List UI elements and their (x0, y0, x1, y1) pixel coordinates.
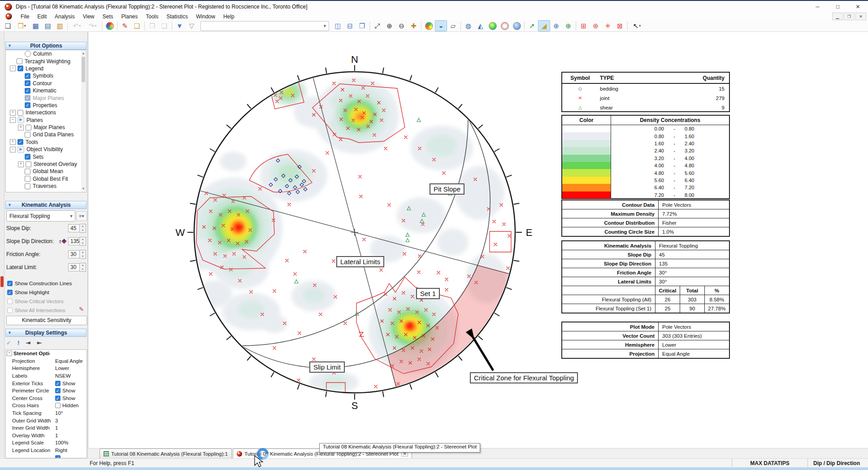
prop-partial[interactable]: ✓ (6, 454, 87, 458)
print-button[interactable]: ▤ (42, 20, 54, 31)
tree-item-contour[interactable]: ✓Contour (6, 80, 86, 87)
checkbox[interactable] (7, 308, 13, 313)
add-plane-confirm-button[interactable]: ⊕ (562, 20, 574, 31)
docked-tab-icon[interactable] (0, 276, 4, 287)
checkbox[interactable]: ✓ (55, 388, 61, 393)
kinematic-analysis-header[interactable]: ▼ Kinematic Analysis (5, 201, 87, 209)
spin-up-icon[interactable]: ▲ (80, 224, 86, 228)
edit-intersections-icon[interactable]: ✎ (79, 306, 84, 313)
prop-hemisphere[interactable]: HemisphereLower (6, 365, 87, 372)
add-set-freeform-button[interactable]: ⊛ (590, 20, 602, 31)
tree-item-intersections[interactable]: +Intersections (6, 109, 86, 116)
add-set-window-button[interactable]: ⊞ (577, 20, 590, 31)
spin-up-icon[interactable]: ▲ (80, 237, 86, 241)
collapse-group-icon[interactable]: − (7, 351, 12, 356)
prop-center-cross[interactable]: Center Cross✓Show (6, 395, 87, 402)
prop-value[interactable]: NSEW (55, 373, 87, 379)
prop-exterior-ticks[interactable]: Exterior Ticks✓Show (6, 379, 87, 387)
copy-button[interactable]: ❐ (146, 20, 158, 31)
spin-down-icon[interactable]: ▼ (80, 267, 86, 271)
checkbox[interactable] (26, 125, 31, 131)
prop-cross-hairs[interactable]: Cross HairsHidden (6, 402, 87, 409)
split-vertical-button[interactable]: ◫ (332, 20, 344, 31)
scroll-up-icon[interactable]: ▲ (81, 51, 86, 56)
expand-icon[interactable]: + (18, 161, 24, 167)
screen-capture-button[interactable] (104, 20, 116, 31)
tree-item-terzaghi-weighting[interactable]: Terzaghi Weighting (6, 57, 86, 65)
prop-value[interactable]: 1 (55, 425, 87, 431)
checkbox[interactable]: ✓ (25, 102, 30, 108)
kinematic-analysis-button[interactable]: ◢ (538, 20, 550, 31)
new-window-button[interactable]: ❐ (356, 20, 368, 31)
tree-item-tools[interactable]: +✓Tools (6, 139, 86, 146)
menu-window[interactable]: Window (192, 13, 219, 20)
checkbox[interactable]: ✓ (55, 455, 61, 458)
chart-tool-button[interactable]: ↗ (526, 20, 538, 31)
checkbox[interactable] (25, 183, 30, 189)
check-show-highlight[interactable]: ✓Show Highlight (7, 288, 87, 296)
spin-down-icon[interactable]: ▼ (80, 228, 86, 232)
prop-value[interactable]: 100% (55, 440, 87, 445)
prop-value[interactable]: ✓ (55, 455, 87, 458)
checkbox[interactable]: ✓ (25, 73, 30, 79)
prop-value[interactable]: ✓Show (55, 381, 87, 386)
checkbox[interactable]: ✓ (55, 381, 61, 386)
set-1-label[interactable]: Set 1 (416, 288, 440, 299)
spinner-buttons[interactable]: ▲▼ (80, 263, 86, 272)
expand-icon[interactable]: + (10, 139, 16, 145)
tree-item-traverses[interactable]: Traverses (6, 183, 86, 190)
split-horizontal-button[interactable]: ⊟ (344, 20, 356, 31)
prop-value[interactable]: Right (55, 448, 87, 453)
menu-edit[interactable]: Edit (33, 13, 51, 20)
prop-outer-grid-width[interactable]: Outer Grid Width3 (6, 417, 87, 424)
pan-button[interactable]: ✚ (408, 20, 420, 31)
tree-item-kinematic[interactable]: ✓Kinematic (6, 87, 86, 94)
stereonet-options-group[interactable]: −Stereonet Options (6, 350, 87, 357)
spinner-buttons[interactable]: ▲▼ (80, 237, 86, 246)
menu-sets[interactable]: Sets (99, 13, 117, 20)
prop-value[interactable]: ✓Show (55, 396, 87, 401)
kinematic-presets-button[interactable]: ≡▾ (76, 211, 87, 221)
mdi-minimize-button[interactable]: ▁ (832, 13, 843, 20)
toolbar-combobox[interactable]: ▼ (200, 21, 329, 31)
lateral-limits-label[interactable]: Lateral Limits (336, 256, 384, 267)
numeric-input[interactable]: 30 (68, 263, 80, 271)
open-file-button[interactable]: ❐▾ (14, 20, 30, 31)
prop-legend-location[interactable]: Legend LocationRight (6, 447, 87, 454)
spin-down-icon[interactable]: ▼ (80, 241, 86, 245)
plane-plot-button[interactable]: ▱ (447, 20, 459, 31)
tree-item-symbols[interactable]: ✓Symbols (6, 72, 86, 79)
expander-arrow-icon[interactable]: ▶ (17, 146, 24, 153)
expand-icon[interactable]: − (10, 117, 16, 123)
menu-tools[interactable]: Tools (142, 13, 162, 20)
paste-special-button[interactable]: ❑ (131, 20, 143, 31)
check-show-critical-vectors[interactable]: Show Critical Vectors (7, 297, 87, 305)
checkbox[interactable] (55, 403, 61, 408)
pit-slope-label[interactable]: Pit Slope (430, 183, 464, 195)
expand-icon[interactable]: + (18, 125, 24, 131)
tree-item-major-planes[interactable]: +Major Planes (6, 124, 86, 131)
spin-up-icon[interactable]: ▲ (80, 250, 86, 254)
slip-limit-label[interactable]: Slip Limit (309, 361, 345, 373)
contour-plot-button[interactable] (486, 20, 499, 31)
menu-file[interactable]: File (17, 13, 33, 20)
close-button[interactable]: ✕ (848, 2, 868, 12)
numeric-input[interactable]: 135 (68, 237, 80, 245)
prop-value[interactable]: 1 (55, 433, 87, 438)
prop-perimeter-circle[interactable]: Perimeter Circle✓Show (6, 387, 87, 395)
menu-view[interactable]: View (79, 13, 99, 20)
checkbox[interactable] (17, 58, 22, 64)
tree-item-major-planes[interactable]: ✓Major Planes (6, 94, 86, 101)
prop-overlay-width[interactable]: Overlay Width1 (6, 432, 87, 440)
tree-item-sets[interactable]: ✓Sets (6, 153, 86, 160)
contour-globe-button[interactable] (423, 20, 435, 31)
prop-legend-scale[interactable]: Legend Scale100% (6, 439, 87, 447)
prop-value[interactable]: Equal Angle (55, 358, 87, 364)
display-settings-header[interactable]: ▼ Display Settings (5, 329, 87, 337)
alert-icon[interactable]: ! (17, 339, 19, 346)
filter-data-button[interactable]: ▼ (174, 20, 186, 31)
zoom-out-button[interactable]: ⊖ (395, 20, 408, 31)
scroll-down-icon[interactable]: ▼ (81, 186, 86, 191)
undo-button[interactable]: ↶▾ (69, 20, 85, 31)
checkbox[interactable]: ✓ (25, 95, 30, 101)
